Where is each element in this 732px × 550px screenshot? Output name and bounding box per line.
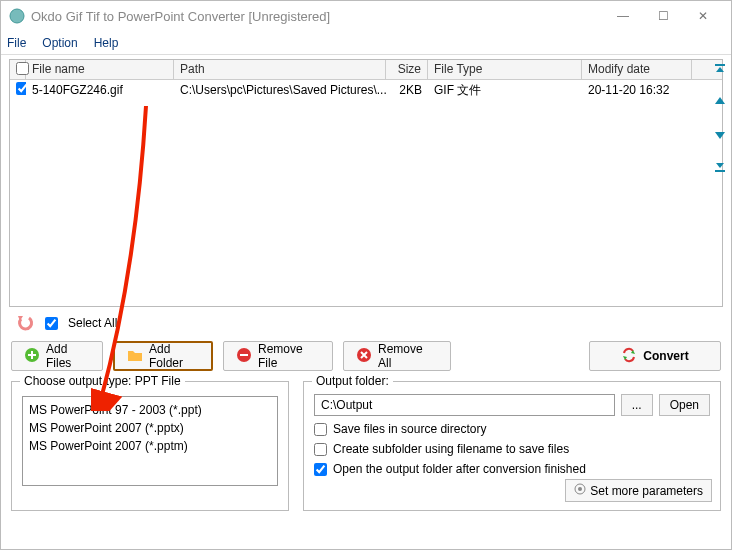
x-icon <box>356 347 372 366</box>
subfolder-label: Create subfolder using filename to save … <box>333 442 569 456</box>
list-item[interactable]: MS PowerPoint 2007 (*.pptx) <box>29 419 271 437</box>
menu-option[interactable]: Option <box>42 36 77 50</box>
add-folder-label: Add Folder <box>149 342 199 370</box>
title-bar: Okdo Gif Tif to PowerPoint Converter [Un… <box>1 1 731 31</box>
action-buttons: Add Files Add Folder Remove File Remove … <box>11 341 721 371</box>
more-parameters-label: Set more parameters <box>590 484 703 498</box>
svg-point-0 <box>10 9 24 23</box>
maximize-button[interactable]: ☐ <box>643 2 683 30</box>
add-files-button[interactable]: Add Files <box>11 341 103 371</box>
remove-all-label: Remove All <box>378 342 438 370</box>
output-path-input[interactable] <box>314 394 615 416</box>
convert-icon <box>621 347 637 366</box>
file-list: File name Path Size File Type Modify dat… <box>9 59 723 307</box>
col-checkbox[interactable] <box>10 60 26 79</box>
output-folder-panel: Output folder: ... Open Save files in so… <box>303 381 721 511</box>
bottom-panels: Choose output type: PPT File MS PowerPoi… <box>11 381 721 511</box>
row-checkbox[interactable] <box>16 82 26 95</box>
cell-date: 20-11-20 16:32 <box>582 81 692 99</box>
side-toolbar <box>711 61 729 175</box>
move-top-icon[interactable] <box>711 61 729 79</box>
svg-rect-6 <box>715 170 725 172</box>
cell-filename: 5-140FGZ246.gif <box>26 81 174 99</box>
col-modify[interactable]: Modify date <box>582 60 692 79</box>
window-title: Okdo Gif Tif to PowerPoint Converter [Un… <box>31 9 603 24</box>
remove-file-label: Remove File <box>258 342 320 370</box>
app-icon <box>9 8 25 24</box>
svg-rect-10 <box>240 354 248 356</box>
output-folder-label: Output folder: <box>312 374 393 388</box>
move-up-icon[interactable] <box>711 93 729 111</box>
plus-icon <box>24 347 40 366</box>
output-type-listbox[interactable]: MS PowerPoint 97 - 2003 (*.ppt) MS Power… <box>22 396 278 486</box>
svg-marker-2 <box>716 67 724 72</box>
col-filetype[interactable]: File Type <box>428 60 582 79</box>
browse-button[interactable]: ... <box>621 394 653 416</box>
menu-file[interactable]: File <box>7 36 26 50</box>
list-item[interactable]: MS PowerPoint 97 - 2003 (*.ppt) <box>29 401 271 419</box>
output-type-panel: Choose output type: PPT File MS PowerPoi… <box>11 381 289 511</box>
remove-file-button[interactable]: Remove File <box>223 341 333 371</box>
cell-type: GIF 文件 <box>428 80 582 101</box>
minimize-button[interactable]: ― <box>603 2 643 30</box>
select-all-row: Select All <box>15 313 717 333</box>
file-list-header: File name Path Size File Type Modify dat… <box>10 60 722 80</box>
save-src-checkbox[interactable] <box>314 423 327 436</box>
col-path[interactable]: Path <box>174 60 386 79</box>
convert-button[interactable]: Convert <box>589 341 721 371</box>
svg-marker-4 <box>715 132 725 139</box>
remove-all-button[interactable]: Remove All <box>343 341 451 371</box>
openafter-label: Open the output folder after conversion … <box>333 462 586 476</box>
cell-path: C:\Users\pc\Pictures\Saved Pictures\... <box>174 81 386 99</box>
svg-rect-1 <box>715 64 725 66</box>
table-row[interactable]: 5-140FGZ246.gif C:\Users\pc\Pictures\Sav… <box>10 80 722 100</box>
menu-help[interactable]: Help <box>94 36 119 50</box>
col-filename[interactable]: File name <box>26 60 174 79</box>
minus-icon <box>236 347 252 366</box>
col-size[interactable]: Size <box>386 60 428 79</box>
output-type-label: Choose output type: PPT File <box>20 374 185 388</box>
openafter-checkbox[interactable] <box>314 463 327 476</box>
menu-bar: File Option Help <box>1 31 731 55</box>
list-item[interactable]: MS PowerPoint 2007 (*.pptm) <box>29 437 271 455</box>
svg-marker-3 <box>715 97 725 104</box>
undo-icon[interactable] <box>15 313 35 333</box>
close-button[interactable]: ✕ <box>683 2 723 30</box>
svg-point-15 <box>578 487 582 491</box>
convert-label: Convert <box>643 349 688 363</box>
select-all-label: Select All <box>68 316 117 330</box>
move-down-icon[interactable] <box>711 125 729 143</box>
subfolder-checkbox[interactable] <box>314 443 327 456</box>
save-src-label: Save files in source directory <box>333 422 486 436</box>
gear-icon <box>574 483 586 498</box>
folder-icon <box>127 348 143 365</box>
svg-marker-5 <box>716 163 724 168</box>
move-bottom-icon[interactable] <box>711 157 729 175</box>
select-all-checkbox[interactable] <box>45 317 58 330</box>
add-folder-button[interactable]: Add Folder <box>113 341 213 371</box>
open-button[interactable]: Open <box>659 394 710 416</box>
more-parameters-button[interactable]: Set more parameters <box>565 479 712 502</box>
add-files-label: Add Files <box>46 342 90 370</box>
cell-size: 2KB <box>386 81 428 99</box>
